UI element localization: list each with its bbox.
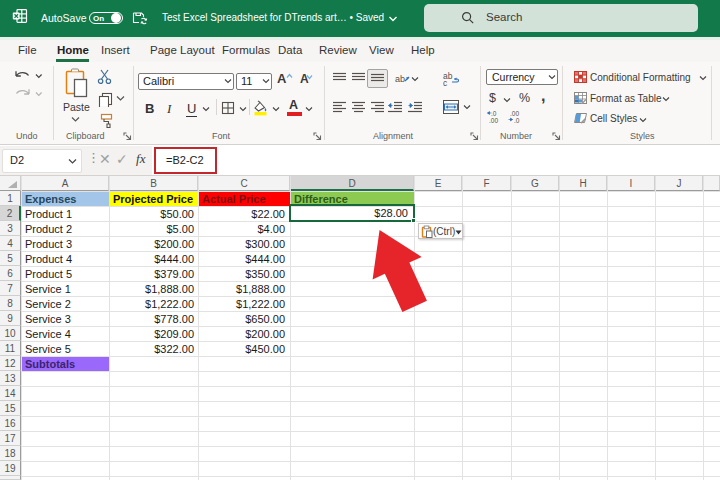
svg-text:ab: ab bbox=[395, 74, 405, 84]
svg-text:.00: .00 bbox=[489, 117, 498, 124]
svg-text:.0: .0 bbox=[514, 117, 520, 124]
